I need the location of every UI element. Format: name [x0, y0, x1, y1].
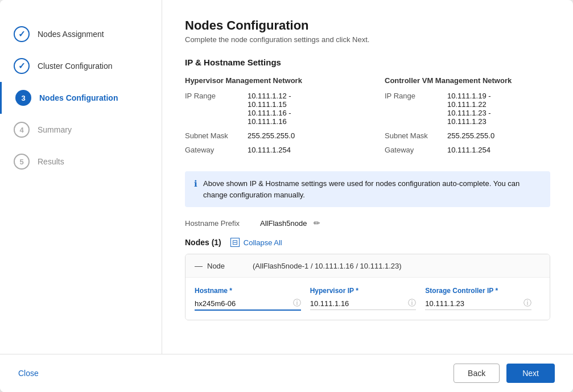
next-button[interactable]: Next — [506, 364, 555, 383]
controller-ip-range-label: IP Range — [385, 92, 447, 126]
main-content: Nodes Configuration Complete the node co… — [162, 0, 573, 354]
hypervisor-subnet-label: Subnet Mask — [185, 131, 248, 140]
collapse-all-button[interactable]: ⊟ Collapse All — [230, 238, 282, 247]
hostname-input[interactable] — [195, 299, 293, 308]
footer-left: Close — [18, 369, 39, 378]
storage-controller-ip-info-icon[interactable]: ⓘ — [523, 298, 531, 308]
hostname-field-label: Hostname * — [195, 287, 301, 295]
step-label-1: Nodes Assignment — [38, 30, 104, 39]
controller-column: Controller VM Management Network IP Rang… — [385, 76, 550, 160]
step-circle-5: 5 — [14, 154, 30, 170]
node-toggle-icon[interactable]: — — [195, 261, 203, 270]
page-title: Nodes Configuration — [185, 18, 550, 33]
back-button[interactable]: Back — [454, 364, 500, 383]
collapse-icon: ⊟ — [230, 238, 240, 247]
step-number-4: 4 — [19, 126, 23, 134]
hypervisor-ip-range-value: 10.111.1.12 - 10.111.1.15 10.111.1.16 - … — [248, 92, 291, 126]
controller-gateway-value: 10.111.1.254 — [447, 146, 490, 154]
hypervisor-ip-field: Hypervisor IP * ⓘ — [310, 287, 426, 311]
controller-subnet-value: 255.255.255.0 — [447, 131, 494, 140]
modal-window: ✓ Nodes Assignment ✓ Cluster Configurati… — [0, 0, 573, 392]
ip-settings-grid: Hypervisor Management Network IP Range 1… — [185, 76, 550, 160]
sidebar-item-cluster-configuration[interactable]: ✓ Cluster Configuration — [0, 50, 162, 82]
controller-subnet-row: Subnet Mask 255.255.255.0 — [385, 131, 550, 140]
node-fields: Hostname * ⓘ Hypervisor IP * ⓘ — [185, 278, 550, 320]
hostname-input-wrap: ⓘ — [195, 298, 301, 311]
hypervisor-gateway-value: 10.111.1.254 — [248, 146, 291, 154]
node-header-value: (AllFlash5node-1 / 10.111.1.16 / 10.111.… — [253, 262, 402, 270]
step-circle-3: 3 — [15, 90, 31, 106]
hypervisor-ip-range-label: IP Range — [185, 92, 248, 126]
node-card: — Node (AllFlash5node-1 / 10.111.1.16 / … — [185, 254, 550, 320]
step-number-5: 5 — [19, 158, 23, 166]
controller-ip-range-value: 10.111.1.19 - 10.111.1.22 10.111.1.23 - … — [447, 92, 491, 126]
hypervisor-gateway-label: Gateway — [185, 146, 248, 154]
hostname-prefix-value: AllFlash5node — [260, 219, 307, 228]
hypervisor-ip-input[interactable] — [310, 299, 409, 308]
modal-footer: Close Back Next — [0, 354, 573, 392]
sidebar-item-nodes-configuration[interactable]: 3 Nodes Configuration — [0, 82, 162, 114]
hypervisor-ip-field-label: Hypervisor IP * — [310, 287, 417, 295]
storage-controller-ip-input[interactable] — [425, 299, 523, 308]
hypervisor-ip-range-row: IP Range 10.111.1.12 - 10.111.1.15 10.11… — [185, 92, 351, 126]
sidebar-item-results[interactable]: 5 Results — [0, 146, 162, 178]
edit-icon[interactable]: ✏ — [314, 218, 320, 228]
hypervisor-gateway-row: Gateway 10.111.1.254 — [185, 146, 351, 154]
info-box: ℹ Above shown IP & Hostname settings wer… — [185, 171, 550, 207]
hypervisor-subnet-value: 255.255.255.0 — [248, 131, 295, 140]
hostname-prefix-label: Hostname Prefix — [185, 219, 253, 228]
collapse-label: Collapse All — [244, 238, 282, 247]
hostname-prefix-row: Hostname Prefix AllFlash5node ✏ — [185, 218, 550, 228]
info-text: Above shown IP & Hostname settings were … — [203, 178, 541, 200]
step-circle-2: ✓ — [14, 58, 30, 74]
hypervisor-ip-info-icon[interactable]: ⓘ — [408, 298, 416, 308]
step-label-3: Nodes Configuration — [39, 93, 118, 102]
hypervisor-ip-input-wrap: ⓘ — [310, 298, 417, 310]
sidebar: ✓ Nodes Assignment ✓ Cluster Configurati… — [0, 0, 162, 354]
page-subtitle: Complete the node configuration settings… — [185, 35, 550, 44]
check-icon-2: ✓ — [18, 61, 26, 71]
step-number-3: 3 — [21, 94, 25, 102]
step-label-5: Results — [38, 157, 64, 166]
controller-gateway-label: Gateway — [385, 146, 447, 154]
hostname-field: Hostname * ⓘ — [195, 287, 310, 311]
nodes-header: Nodes (1) ⊟ Collapse All — [185, 238, 550, 247]
storage-controller-ip-field: Storage Controller IP * ⓘ — [425, 287, 541, 311]
step-circle-1: ✓ — [14, 26, 30, 42]
controller-ip-range-row: IP Range 10.111.1.19 - 10.111.1.22 10.11… — [385, 92, 550, 126]
sidebar-item-nodes-assignment[interactable]: ✓ Nodes Assignment — [0, 18, 162, 50]
modal-body: ✓ Nodes Assignment ✓ Cluster Configurati… — [0, 0, 573, 354]
ip-section-title: IP & Hostname Settings — [185, 57, 550, 67]
step-circle-4: 4 — [14, 122, 30, 138]
footer-right: Back Next — [454, 364, 555, 383]
controller-gateway-row: Gateway 10.111.1.254 — [385, 146, 550, 154]
step-label-4: Summary — [38, 125, 72, 134]
hypervisor-col-title: Hypervisor Management Network — [185, 76, 351, 85]
sidebar-item-summary[interactable]: 4 Summary — [0, 114, 162, 146]
hypervisor-subnet-row: Subnet Mask 255.255.255.0 — [185, 131, 351, 140]
storage-controller-ip-field-label: Storage Controller IP * — [425, 287, 531, 295]
storage-controller-ip-input-wrap: ⓘ — [425, 298, 531, 310]
controller-col-title: Controller VM Management Network — [385, 76, 550, 85]
hostname-info-icon[interactable]: ⓘ — [293, 298, 301, 308]
nodes-title: Nodes (1) — [185, 238, 221, 247]
node-card-header: — Node (AllFlash5node-1 / 10.111.1.16 / … — [185, 254, 550, 278]
node-header-label: Node — [207, 262, 253, 270]
hypervisor-column: Hypervisor Management Network IP Range 1… — [185, 76, 351, 160]
info-circle-icon: ℹ — [194, 179, 197, 189]
close-button[interactable]: Close — [18, 369, 39, 378]
controller-subnet-label: Subnet Mask — [385, 131, 447, 140]
check-icon-1: ✓ — [18, 29, 26, 39]
step-label-2: Cluster Configuration — [38, 61, 113, 71]
